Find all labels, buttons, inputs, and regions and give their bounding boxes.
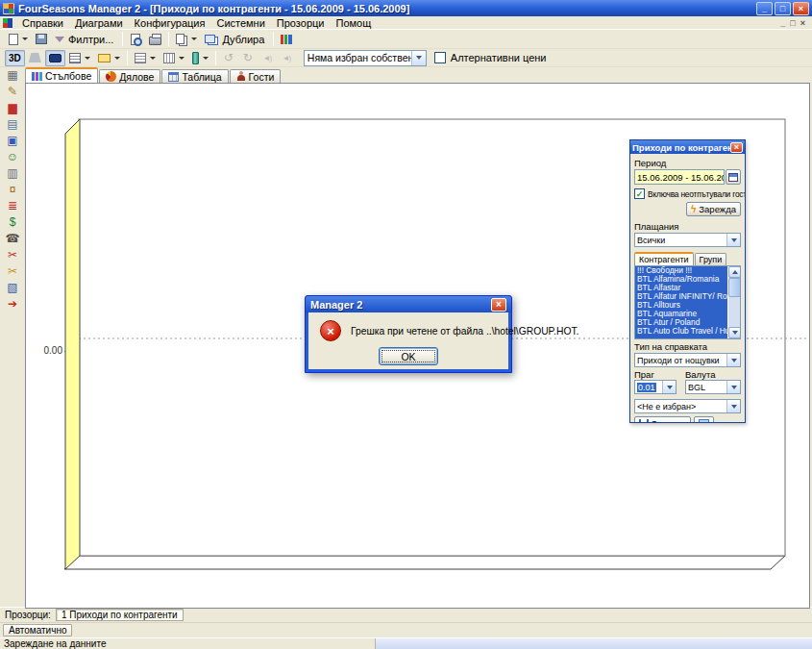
filters-button[interactable]: Филтри... [51, 31, 119, 47]
dollar-icon[interactable]: $ [3, 215, 22, 231]
tab-pie[interactable]: Дялове [99, 69, 160, 83]
tab-pie-label: Дялове [119, 71, 154, 83]
combobox-dropdown-button[interactable] [726, 354, 740, 366]
panel-title-bar[interactable]: Приходи по контрагенти × [630, 140, 745, 154]
combobox-dropdown-button[interactable] [726, 381, 740, 393]
list-item[interactable]: BTL Atur / Poland [635, 318, 727, 327]
currency-combobox[interactable]: BGL [685, 380, 741, 394]
mdi-close-button[interactable]: × [800, 18, 805, 28]
series-labels-button[interactable] [45, 50, 65, 66]
print-button[interactable] [145, 31, 165, 47]
guests-tab-icon [236, 71, 246, 82]
menu-help[interactable]: Помощ [330, 17, 377, 29]
menu-reports[interactable]: Справки [16, 17, 69, 29]
list-item[interactable]: BTL Alltours [635, 301, 727, 310]
automatic-button[interactable]: Автоматично [3, 624, 72, 637]
chevron-down-icon [22, 37, 28, 40]
menu-windows[interactable]: Прозорци [271, 17, 331, 29]
combobox-dropdown-button[interactable] [726, 400, 740, 412]
list-item[interactable]: !!! Свободни !!! [635, 266, 727, 275]
sound-muted-button[interactable]: ◄) [277, 50, 296, 66]
chart-icon[interactable]: ▆ [3, 101, 22, 116]
copy-window-icon[interactable]: ▣ [3, 134, 22, 149]
report-type-combobox[interactable]: Приходи от нощувки [634, 353, 741, 367]
active-window-button[interactable]: 1 Приходи по контрагенти [56, 609, 184, 621]
payments-combobox[interactable]: Всички [634, 233, 741, 247]
copy-button[interactable] [172, 31, 201, 47]
save-report-button[interactable]: Записва [634, 416, 691, 422]
threshold-combobox[interactable]: 0.01 [634, 380, 677, 394]
combobox-dropdown-button[interactable] [411, 51, 426, 65]
template-combobox[interactable]: <Не е избран> [634, 399, 741, 413]
menu-configuration[interactable]: Конфигурация [129, 17, 211, 29]
load-button[interactable]: ϟ Зарежда [686, 202, 741, 216]
horizontal-grid-button[interactable] [131, 50, 160, 66]
arrow-icon[interactable]: ➔ [3, 297, 22, 312]
cut-red-icon[interactable]: ✂ [3, 248, 22, 263]
period-input[interactable]: 15.06.2009 - 15.06.2009 [634, 169, 725, 185]
mdi-restore-button[interactable]: □ [790, 18, 795, 28]
dialog-title-bar[interactable]: Manager 2 × [306, 296, 511, 312]
list-item[interactable]: BTL Alfamina/Romania [635, 275, 727, 284]
calendar-icon[interactable]: ▤ [3, 117, 22, 133]
tab-bars[interactable]: Стълбове [25, 67, 98, 83]
calendar-button[interactable] [726, 169, 741, 185]
close-button[interactable]: × [793, 2, 809, 15]
combobox-dropdown-button[interactable] [662, 381, 676, 393]
list-item[interactable]: BTL Alfatur INFINITY/ Romani [635, 292, 727, 301]
new-report-button[interactable] [5, 31, 32, 47]
print-preview-button[interactable] [126, 31, 145, 47]
save-button[interactable] [32, 31, 51, 47]
perspective-button[interactable] [25, 50, 45, 66]
mdi-minimize-button[interactable]: _ [780, 18, 785, 28]
contractors-listbox[interactable]: !!! Свободни !!! BTL Alfamina/Romania BT… [634, 265, 741, 339]
cash-icon[interactable]: ¤ [3, 183, 22, 198]
grid-icon[interactable]: ▦ [3, 68, 22, 84]
left-toolbar: ▦ ✎ ▆ ▤ ▣ ☺ ▥ ¤ ≣ $ ☎ ✂ ✂ ▧ ➔ [0, 67, 25, 607]
duplicate-button[interactable]: Дублира [201, 31, 270, 47]
list-item[interactable]: BTL Auto Club Travel / Hunga [635, 327, 727, 336]
include-guests-checkbox[interactable]: ✓ [634, 188, 645, 199]
combobox-dropdown-button[interactable] [726, 234, 740, 246]
list-item[interactable]: BTL Alfastar [635, 284, 727, 292]
guests-icon[interactable]: ☺ [3, 150, 22, 165]
owner-combobox[interactable]: Няма избран собственици [304, 50, 427, 66]
menu-diagrams[interactable]: Диаграми [69, 17, 129, 29]
menu-system[interactable]: Системни [210, 17, 270, 29]
tab-guests[interactable]: Гости [230, 69, 282, 83]
tab-groups[interactable]: Групи [695, 253, 727, 265]
phone-icon[interactable]: ☎ [3, 232, 22, 247]
scroll-down-button[interactable] [728, 327, 741, 338]
dialog-close-button[interactable]: × [491, 298, 506, 312]
toggle-3d-button[interactable]: 3D [5, 50, 25, 66]
alt-prices-checkbox[interactable] [434, 52, 446, 63]
panel-close-button[interactable]: × [730, 142, 743, 153]
labels-button[interactable] [94, 50, 124, 66]
tab-table[interactable]: Таблица [161, 69, 228, 83]
listbox-scrollbar[interactable] [727, 266, 740, 338]
legend-button[interactable] [65, 50, 94, 66]
scroll-up-button[interactable] [728, 266, 741, 278]
printer-icon[interactable]: ▥ [3, 166, 22, 182]
panel-body: Период 15.06.2009 - 15.06.2009 ✓ Включва… [630, 154, 745, 422]
cut-yellow-icon[interactable]: ✂ [3, 264, 22, 280]
bar-style-button[interactable] [188, 50, 212, 66]
sound-button[interactable]: ◄) [258, 50, 277, 66]
chart-button[interactable] [277, 31, 296, 47]
horizontal-grid-icon [135, 53, 146, 63]
report-edit-icon[interactable]: ✎ [3, 85, 22, 100]
form-icon[interactable]: ▧ [3, 281, 22, 296]
list-icon[interactable]: ≣ [3, 199, 22, 214]
list-item[interactable]: BTL Aquamarine [635, 310, 727, 318]
ok-button[interactable]: OK [379, 347, 438, 365]
vertical-grid-button[interactable] [160, 50, 188, 66]
tab-contractors[interactable]: Контрагенти [634, 252, 694, 265]
rotate-left-button[interactable]: ↺ [219, 50, 238, 66]
rotate-right-button[interactable]: ↻ [238, 50, 258, 66]
minimize-button[interactable]: _ [756, 2, 773, 15]
scrollbar-thumb[interactable] [728, 278, 741, 297]
grid-view-button[interactable] [694, 416, 714, 422]
restore-button[interactable]: □ [775, 2, 791, 15]
list-item-partial[interactable] [635, 336, 727, 339]
title-bar: FourSeasons Manager 2 - [Приходи по конт… [0, 0, 812, 16]
